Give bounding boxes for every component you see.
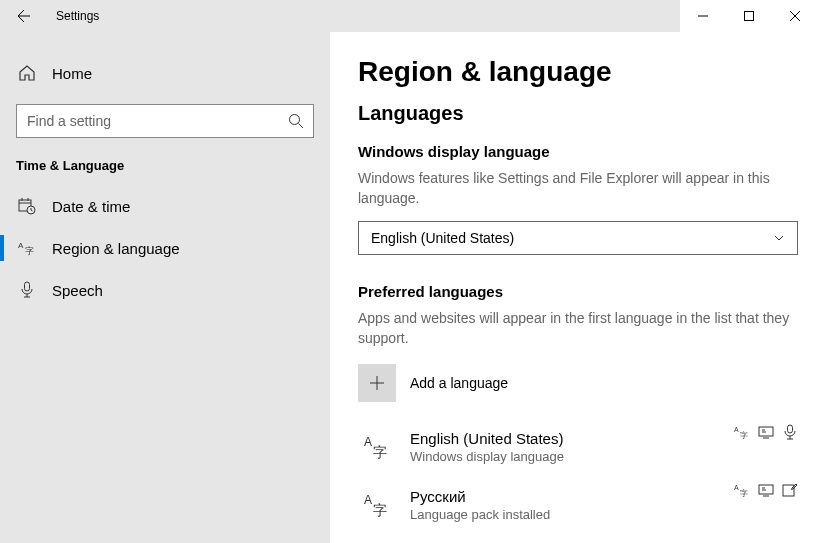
speech-badge-icon <box>782 424 798 440</box>
section-title: Languages <box>358 102 790 125</box>
sidebar-item-speech[interactable]: Speech <box>0 269 330 311</box>
minimize-button[interactable] <box>680 0 726 32</box>
microphone-icon <box>16 281 38 299</box>
search-wrap <box>16 104 314 138</box>
language-badges: A字 <box>734 482 798 498</box>
close-icon <box>790 11 800 21</box>
maximize-icon <box>744 11 754 21</box>
content: Region & language Languages Windows disp… <box>330 32 818 543</box>
svg-text:A: A <box>734 484 739 491</box>
back-button[interactable] <box>0 8 48 24</box>
svg-text:A: A <box>734 426 739 433</box>
svg-rect-18 <box>783 485 794 496</box>
sidebar: Home Time & Language Date & time A字 Regi… <box>0 32 330 543</box>
svg-text:字: 字 <box>740 489 748 498</box>
add-language-button[interactable]: Add a language <box>358 364 790 402</box>
language-name: English (United States) <box>410 430 564 447</box>
maximize-button[interactable] <box>726 0 772 32</box>
window-title: Settings <box>56 9 99 23</box>
sidebar-home[interactable]: Home <box>0 56 330 90</box>
home-icon <box>16 64 38 82</box>
display-language-badge-icon: A字 <box>734 482 750 498</box>
sidebar-item-date-time[interactable]: Date & time <box>0 185 330 227</box>
sidebar-item-label: Region & language <box>52 240 180 257</box>
svg-rect-12 <box>788 425 793 433</box>
language-glyph-icon: A字 <box>358 428 396 466</box>
preferred-languages-desc: Apps and websites will appear in the fir… <box>358 308 790 349</box>
minimize-icon <box>698 11 708 21</box>
svg-text:字: 字 <box>740 431 748 440</box>
plus-icon <box>358 364 396 402</box>
language-pack-badge-icon <box>758 482 774 498</box>
svg-text:A: A <box>364 493 372 507</box>
svg-rect-6 <box>25 282 30 291</box>
chevron-down-icon <box>773 232 785 244</box>
language-sub: Windows display language <box>410 449 564 464</box>
language-glyph-icon: A字 <box>358 486 396 524</box>
svg-rect-0 <box>745 12 754 21</box>
calendar-clock-icon <box>16 197 38 215</box>
svg-text:A: A <box>364 435 372 449</box>
svg-text:A: A <box>18 241 24 250</box>
sidebar-category: Time & Language <box>0 158 330 185</box>
language-icon: A字 <box>16 239 38 257</box>
display-language-desc: Windows features like Settings and File … <box>358 168 790 209</box>
add-language-label: Add a language <box>410 375 508 391</box>
search-icon <box>288 113 304 129</box>
display-language-badge-icon: A字 <box>734 424 750 440</box>
svg-text:字: 字 <box>373 444 387 460</box>
language-item-russian[interactable]: A字 Русский Language pack installed A字 <box>358 476 798 534</box>
arrow-left-icon <box>16 8 32 24</box>
window-controls <box>680 0 818 32</box>
sidebar-home-label: Home <box>52 65 92 82</box>
search-input[interactable] <box>16 104 314 138</box>
sidebar-item-region-language[interactable]: A字 Region & language <box>0 227 330 269</box>
dropdown-value: English (United States) <box>371 230 514 246</box>
sidebar-item-label: Speech <box>52 282 103 299</box>
sidebar-item-label: Date & time <box>52 198 130 215</box>
titlebar: Settings <box>0 0 818 32</box>
close-button[interactable] <box>772 0 818 32</box>
handwriting-badge-icon <box>782 482 798 498</box>
svg-text:字: 字 <box>25 246 34 256</box>
language-name: Русский <box>410 488 550 505</box>
svg-point-1 <box>290 115 300 125</box>
display-language-title: Windows display language <box>358 143 790 160</box>
language-item-english[interactable]: A字 English (United States) Windows displ… <box>358 418 798 476</box>
language-pack-badge-icon <box>758 424 774 440</box>
language-sub: Language pack installed <box>410 507 550 522</box>
language-badges: A字 <box>734 424 798 440</box>
preferred-languages-title: Preferred languages <box>358 283 790 300</box>
display-language-dropdown[interactable]: English (United States) <box>358 221 798 255</box>
page-title: Region & language <box>358 56 790 88</box>
svg-text:字: 字 <box>373 502 387 518</box>
